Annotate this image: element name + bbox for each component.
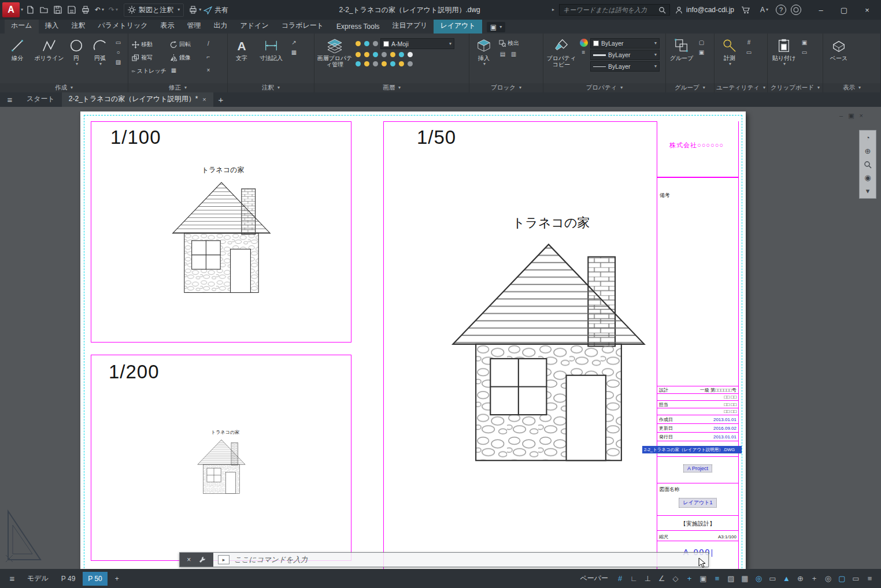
annotation-visibility-icon[interactable]: ◎	[752, 572, 765, 585]
ribbon-tab-manage[interactable]: 管理	[181, 18, 208, 34]
feedback-button[interactable]	[791, 5, 801, 15]
annotation-scale-icon[interactable]: ▲	[780, 572, 793, 585]
layer-state-icon[interactable]	[382, 52, 387, 57]
circle-button[interactable]: 円 ▾	[66, 36, 87, 66]
model-tab[interactable]: モデル	[22, 571, 54, 586]
stretch-button[interactable]: ストレッチ	[131, 66, 168, 76]
workspace-selector[interactable]: 製図と注釈 ▾	[124, 3, 184, 17]
utilities-panel-label[interactable]: ユーティリティ▾	[715, 83, 767, 92]
lineweight-dropdown[interactable]: ByLayer ▾	[590, 50, 660, 60]
command-wrench-icon[interactable]	[198, 556, 206, 564]
polar-tracking-icon[interactable]: ∠	[655, 572, 668, 585]
isolate-objects-icon[interactable]: ◎	[821, 572, 835, 585]
ungroup-icon[interactable]: ▢	[697, 38, 706, 47]
array-tool-icon[interactable]: ▦	[169, 66, 179, 75]
hatch-tool-icon[interactable]: ▨	[113, 58, 123, 66]
create-panel-label[interactable]: 作成▾	[0, 83, 128, 92]
layer-state-icon[interactable]	[364, 61, 369, 66]
annotation-autoscale-icon[interactable]: ▭	[766, 572, 779, 585]
file-tabs-menu-button[interactable]: ≡	[0, 92, 20, 107]
graphics-performance-icon[interactable]: ▢	[835, 572, 849, 585]
share-button[interactable]: 共有	[202, 2, 229, 17]
window-minimize-button[interactable]: –	[809, 0, 832, 20]
ortho-icon[interactable]: ⊥	[641, 572, 654, 585]
properties-panel-label[interactable]: プロパティ▾	[543, 83, 665, 92]
layer-state-icon[interactable]	[364, 52, 369, 57]
navigation-wheel-icon[interactable]: ◔	[861, 132, 874, 143]
ribbon-tab-addins[interactable]: アドイン	[234, 18, 275, 34]
layout-tabs-menu-button[interactable]: ≡	[5, 571, 20, 586]
file-tab-start[interactable]: スタート	[20, 92, 62, 107]
close-tab-icon[interactable]: ×	[202, 96, 206, 103]
new-layout-button[interactable]: +	[110, 572, 124, 586]
layer-state-icon[interactable]	[390, 52, 395, 57]
paper-space-label[interactable]: ペーパー	[575, 574, 613, 583]
window-close-button[interactable]: ×	[856, 0, 879, 20]
ribbon-tab-collaborate[interactable]: コラボレート	[275, 18, 330, 34]
selection-cycling-icon[interactable]: ▦	[738, 572, 752, 585]
chevron-right-icon[interactable]: ▸	[552, 8, 554, 12]
help-button[interactable]: ?	[776, 5, 786, 15]
chevron-down-icon[interactable]: ▾	[102, 8, 104, 12]
color-wheel-icon[interactable]	[579, 38, 588, 47]
layer-state-icon[interactable]	[399, 61, 404, 66]
drawing-restore-button[interactable]: ▣	[848, 112, 854, 120]
layer-state-icon[interactable]	[373, 52, 378, 57]
ribbon-tab-output[interactable]: 出力	[208, 18, 234, 34]
plot-button[interactable]	[79, 2, 92, 17]
ribbon-tab-featured-apps[interactable]: 注目アプリ	[386, 18, 434, 34]
dimension-button[interactable]: 寸法記入	[255, 36, 287, 61]
save-as-button[interactable]	[65, 2, 79, 17]
trim-tool-icon[interactable]: /	[203, 39, 213, 48]
ribbon-display-toggle[interactable]: ▣▾	[487, 22, 505, 32]
polyline-button[interactable]: ポリライン	[34, 36, 64, 61]
layer-state-icon[interactable]	[408, 61, 413, 66]
customization-icon[interactable]: ≡	[863, 572, 876, 585]
command-line[interactable]: × ▸ ここにコマンドを入力	[179, 552, 709, 567]
project-field[interactable]: A Project	[657, 464, 738, 472]
navbar-more-icon[interactable]: ▾	[861, 185, 874, 196]
group-edit-icon[interactable]: ▣	[697, 48, 706, 57]
object-color-dropdown[interactable]: ByLayer ▾	[590, 38, 660, 49]
cut-icon[interactable]: ▣	[799, 38, 809, 47]
ellipse-tool-icon[interactable]: ○	[113, 48, 123, 57]
isometric-draft-icon[interactable]: ◇	[669, 572, 682, 585]
ribbon-tab-annotate[interactable]: 注釈	[65, 18, 92, 34]
base-view-button[interactable]: ベース	[826, 36, 852, 61]
ribbon-tab-view[interactable]: 表示	[154, 18, 181, 34]
copy-button[interactable]: 複写	[131, 53, 168, 63]
grid-icon[interactable]: #	[613, 572, 627, 585]
pan-icon[interactable]: ⊕	[861, 146, 874, 157]
autodesk-app-button[interactable]: A▾	[757, 2, 771, 17]
ribbon-tab-insert[interactable]: 挿入	[39, 18, 65, 34]
drawing-minimize-button[interactable]: –	[839, 112, 843, 120]
annotation-monitor-icon[interactable]: +	[808, 572, 821, 585]
layer-lock-icon[interactable]	[373, 41, 378, 46]
object-snap-icon[interactable]: ▣	[697, 572, 710, 585]
measure-button[interactable]: 計測 ▾	[717, 36, 742, 66]
move-button[interactable]: 移動	[131, 39, 168, 50]
ribbon-tab-parametric[interactable]: パラメトリック	[92, 18, 154, 34]
layers-panel-label[interactable]: 画層▾	[314, 83, 469, 92]
redo-button[interactable]: ↷▾	[106, 2, 120, 17]
command-input[interactable]: ▸ ここにコマンドを入力	[213, 553, 708, 567]
block-edit-icon[interactable]: ▤	[498, 50, 508, 58]
account-button[interactable]: info@cad-cdi.jp	[675, 6, 734, 14]
layer-state-icon[interactable]	[390, 61, 395, 66]
group-panel-label[interactable]: グループ▾	[666, 83, 714, 92]
copy-clip-icon[interactable]: ▭	[799, 48, 809, 57]
erase-tool-icon[interactable]: ×	[203, 66, 213, 75]
table-tool-icon[interactable]: ▦	[289, 48, 299, 57]
layer-state-icon[interactable]	[356, 52, 361, 57]
match-properties-button[interactable]: プロパティ コピー	[546, 36, 577, 68]
snap-icon[interactable]: ∟	[627, 572, 641, 585]
clean-screen-icon[interactable]: ▭	[849, 572, 863, 585]
layout-name-field[interactable]: レイアウト1	[657, 498, 738, 508]
layout-paper[interactable]: 1/100 1/50 1/200 トラネコの家 トラネコの家 トラネコの家 株式…	[80, 111, 746, 569]
properties-list-icon[interactable]: ≡	[579, 48, 588, 57]
modify-panel-label[interactable]: 修正▾	[128, 83, 227, 92]
layer-state-icon[interactable]	[356, 61, 361, 66]
id-point-icon[interactable]: ▭	[744, 48, 754, 57]
layout-tab-p50[interactable]: P 50	[83, 572, 107, 586]
view-panel-label[interactable]: 表示▾	[823, 83, 880, 92]
